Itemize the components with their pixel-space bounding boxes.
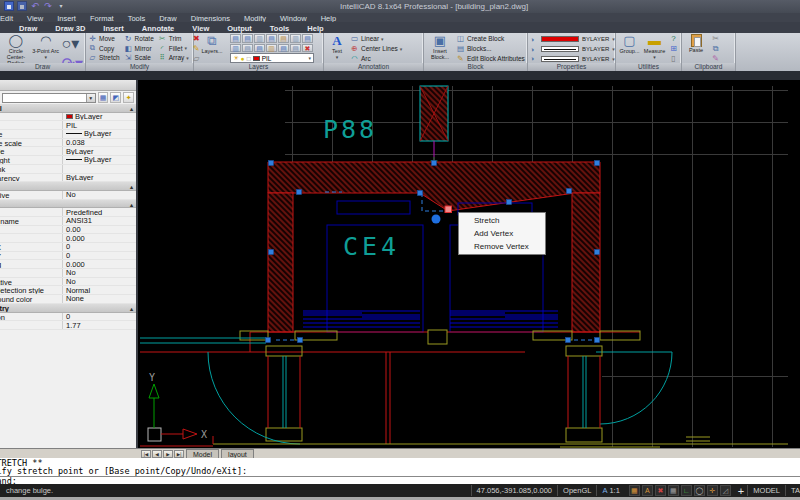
collapse-icon[interactable]: ▴ [130, 305, 133, 312]
block-tool-button[interactable]: ✎Edit Block Attributes [456, 54, 525, 63]
menu-item[interactable]: Help [314, 13, 343, 22]
context-menu-item[interactable]: Add Vertex [459, 227, 545, 240]
ribbon-tab[interactable]: Tools [261, 22, 298, 33]
annotation-tool-button[interactable]: ▭Linear▾ [350, 34, 402, 43]
property-value[interactable]: 1.77 [62, 321, 136, 329]
ribbon-tab[interactable]: View [183, 22, 218, 33]
layer-tool-icon[interactable]: ▥ [230, 44, 241, 53]
quick-calc-icon[interactable]: ⊞ [668, 44, 679, 53]
annotation-tool-button[interactable]: ◠Arc▾ [350, 54, 402, 63]
collapse-icon[interactable]: ▴ [130, 183, 133, 190]
menu-item[interactable]: Tools [121, 13, 153, 22]
property-value[interactable]: Normal [62, 286, 136, 294]
text-button[interactable]: A Text ▾ [326, 34, 348, 63]
property-value[interactable]: 0.000 [62, 260, 136, 268]
group-button[interactable]: ▢ Group... [618, 34, 641, 63]
status-toggle-icon[interactable]: ∟ [681, 485, 692, 496]
status-toggle-icon[interactable]: ▦ [668, 485, 679, 496]
model-space-toggle[interactable]: MODEL [747, 485, 785, 496]
property-value[interactable]: ByLayer [62, 156, 136, 164]
status-toggle-icon[interactable]: ✖ [655, 485, 666, 496]
ribbon-tab[interactable]: Annotate [133, 22, 184, 33]
property-value[interactable]: No [62, 269, 136, 277]
property-value[interactable]: 0.038 [62, 139, 136, 147]
property-value[interactable]: ANSI31 [62, 217, 136, 225]
select-entities-icon[interactable]: ▦ [98, 92, 109, 103]
ribbon-tab[interactable]: Insert [94, 22, 132, 33]
crosshair-toggle-icon[interactable]: + [738, 485, 744, 497]
block-tool-button[interactable]: ◫Create Block [456, 34, 525, 43]
entity-property-select[interactable]: ◑ BYLAYER ▾ [530, 54, 615, 63]
property-value[interactable]: ByLayer [62, 130, 136, 138]
menu-item[interactable]: Window [273, 13, 314, 22]
layer-tool-icon[interactable]: ▤ [254, 44, 265, 53]
layer-tool-icon[interactable]: ▤ [278, 44, 289, 53]
menu-item[interactable]: Format [83, 13, 121, 22]
format-painter-icon[interactable]: ✎ [710, 54, 721, 63]
status-toggle-icon[interactable]: ▦ [629, 485, 640, 496]
ribbon-tab[interactable]: Draw 3D [46, 22, 94, 33]
property-value[interactable]: No [62, 278, 136, 286]
sheet-tab[interactable]: layout [221, 449, 254, 458]
modify-tool-button[interactable]: ↻Rotate▾ [124, 34, 154, 44]
property-value[interactable] [62, 165, 136, 173]
quick-select-icon[interactable]: ◩ [110, 92, 121, 103]
modify-tool-button[interactable]: ▱Stretch▾ [88, 53, 120, 63]
save-icon[interactable] [4, 1, 14, 11]
measure-button[interactable]: ▬ Measure ▾ [643, 34, 666, 63]
property-value[interactable]: Predefined [62, 208, 136, 216]
menu-item[interactable]: Edit [0, 13, 20, 22]
layer-tool-icon[interactable]: ▤ [290, 44, 301, 53]
layer-tool-icon[interactable]: ▤ [242, 34, 253, 43]
layer-tool-icon[interactable]: ▥ [290, 34, 301, 43]
property-value[interactable]: ByLayer [62, 113, 136, 121]
left-door[interactable] [140, 338, 525, 444]
layer-tool-icon[interactable]: ▥ [254, 34, 265, 43]
qat-dropdown-icon[interactable]: ▾ [56, 1, 66, 11]
status-toggle-icon[interactable]: ◯ [694, 485, 705, 496]
property-value[interactable]: 0 [62, 252, 136, 260]
property-value[interactable]: 0.00 [62, 226, 136, 234]
layers-button[interactable]: ⧉ Layers... [196, 34, 228, 63]
paste-button[interactable]: Paste [684, 34, 708, 63]
entity-property-select[interactable]: ◑ BYLAYER ▾ [530, 35, 615, 44]
column-block[interactable] [420, 86, 448, 165]
annotation-tool-button[interactable]: ⊕Center Lines▾ [350, 44, 402, 53]
menu-item[interactable]: View [20, 13, 50, 22]
annotation-scale[interactable]: A1:1 [596, 485, 624, 496]
block-tool-button[interactable]: ▤Blocks... [456, 44, 525, 53]
entity-property-select[interactable]: ◑ BYLAYER ▾ [530, 45, 615, 54]
modify-tool-button[interactable]: ✂Trim▾ [158, 34, 189, 44]
status-toggle-icon[interactable]: ✛ [707, 485, 718, 496]
property-value[interactable]: 0.000 [62, 234, 136, 242]
property-value[interactable]: PIL [62, 121, 136, 129]
arc-button[interactable]: ◠ 3-Point Arc ▾ [32, 34, 60, 63]
ribbon-tab[interactable]: Draw [10, 22, 46, 33]
last-tab-icon[interactable]: ▶| [174, 450, 184, 458]
property-value[interactable]: ByLayer [62, 174, 136, 182]
redo-icon[interactable]: ↷ [43, 1, 53, 11]
clipped-status-item[interactable]: TA [785, 485, 800, 496]
command-line[interactable]: ** STRETCH ** Specify stretch point or [… [0, 458, 800, 484]
first-tab-icon[interactable]: |◀ [141, 450, 151, 458]
entity-selector-combo[interactable]: ▼ [2, 93, 96, 103]
insert-block-button[interactable]: ▣ Insert Block... [426, 34, 454, 63]
modify-tool-button[interactable]: ⧉Copy▾ [88, 44, 120, 54]
filter-icon[interactable]: ✦ [123, 92, 134, 103]
context-menu-item[interactable]: Remove Vertex [459, 240, 545, 253]
layer-tool-icon[interactable]: ▤ [230, 34, 241, 43]
collapse-icon[interactable]: ▴ [130, 201, 133, 208]
layer-tool-icon[interactable]: ▤ [278, 34, 289, 43]
status-toggle-icon[interactable]: ◿ [720, 485, 731, 496]
wall-hatch[interactable] [268, 162, 600, 332]
property-value[interactable]: None [62, 295, 136, 303]
ellipse-tool-icon[interactable]: ○▾ [62, 34, 83, 53]
property-value[interactable]: No [62, 191, 136, 199]
modify-tool-button[interactable]: ⠿Array▾ [158, 53, 189, 63]
ribbon-tab[interactable]: Help [298, 22, 332, 33]
selected-vertex-marker[interactable] [432, 215, 441, 224]
save-as-icon[interactable] [17, 1, 27, 11]
ribbon-tab[interactable]: Output [218, 22, 261, 33]
property-value[interactable]: 0 [62, 313, 136, 321]
copy-icon[interactable]: ⧉ [710, 44, 721, 53]
